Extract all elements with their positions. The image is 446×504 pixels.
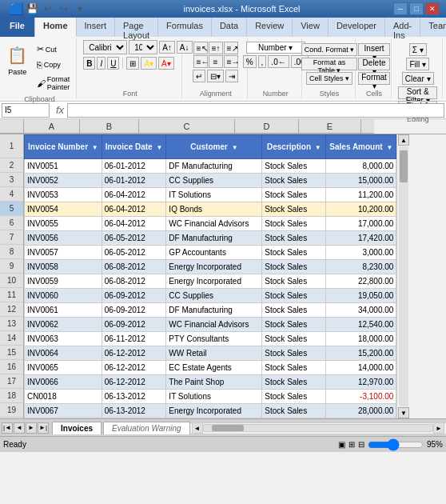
- sheet-prev-btn[interactable]: ◄: [14, 422, 25, 434]
- table-row[interactable]: INV006606-12-2012The Paint ShopStock Sal…: [25, 375, 396, 390]
- table-cell[interactable]: Stock Sales: [262, 318, 326, 332]
- sheet-last-btn[interactable]: ►|: [38, 422, 49, 434]
- dropdown-quick-btn[interactable]: ▾: [73, 2, 87, 16]
- table-cell[interactable]: Energy Incorporated: [166, 404, 262, 418]
- cut-button[interactable]: ✂ Cut: [34, 42, 77, 57]
- table-cell[interactable]: 06-12-2012: [102, 361, 166, 375]
- table-cell[interactable]: INV0055: [25, 217, 102, 231]
- table-cell[interactable]: 06-05-2012: [102, 231, 166, 246]
- table-row[interactable]: INV006206-09-2012WC Financial AdvisorsSt…: [25, 318, 396, 332]
- underline-button[interactable]: U: [107, 57, 119, 70]
- table-cell[interactable]: IQ Bonds: [166, 202, 262, 217]
- indent-btn[interactable]: ⇥: [225, 70, 238, 82]
- table-cell[interactable]: 17,420.00: [326, 231, 396, 246]
- table-row[interactable]: INV005206-01-2012CC SuppliesStock Sales1…: [25, 174, 396, 188]
- row-header-9[interactable]: 9: [0, 259, 23, 274]
- table-cell[interactable]: INV0061: [25, 303, 102, 318]
- table-cell[interactable]: INV0056: [25, 231, 102, 246]
- delete-cells-btn[interactable]: Delete ▾: [358, 58, 390, 70]
- table-cell[interactable]: INV0051: [25, 159, 102, 174]
- table-cell[interactable]: 15,200.00: [326, 346, 396, 361]
- italic-button[interactable]: I: [97, 57, 106, 70]
- tab-developer[interactable]: Developer: [329, 18, 385, 37]
- insert-cells-btn[interactable]: Insert ▾: [358, 43, 390, 56]
- table-cell[interactable]: GP Accountants: [166, 246, 262, 260]
- vertical-scrollbar[interactable]: ▲ ▼: [396, 134, 409, 418]
- table-cell[interactable]: Stock Sales: [262, 174, 326, 188]
- row-header-7[interactable]: 7: [0, 230, 23, 245]
- sheet-next-btn[interactable]: ►: [26, 422, 37, 434]
- table-cell[interactable]: Energy Incorporated: [166, 274, 262, 289]
- align-mid-center-btn[interactable]: ≡: [209, 55, 223, 68]
- header-invoice-number[interactable]: Invoice Number ▼: [25, 135, 102, 159]
- format-painter-button[interactable]: 🖌 Format Painter: [34, 73, 77, 94]
- table-row[interactable]: INV005906-08-2012Energy IncorporatedStoc…: [25, 274, 396, 289]
- table-cell[interactable]: INV0066: [25, 375, 102, 390]
- table-cell[interactable]: The Paint Shop: [166, 375, 262, 390]
- row-header-6[interactable]: 6: [0, 216, 23, 230]
- tab-addins[interactable]: Add-Ins: [385, 18, 420, 37]
- row-header-15[interactable]: 15: [0, 346, 23, 360]
- table-cell[interactable]: INV0063: [25, 332, 102, 346]
- table-cell[interactable]: Stock Sales: [262, 217, 326, 231]
- table-cell[interactable]: 22,800.00: [326, 274, 396, 289]
- table-cell[interactable]: EC Estate Agents: [166, 361, 262, 375]
- table-cell[interactable]: Stock Sales: [262, 390, 326, 404]
- tab-home[interactable]: Home: [35, 18, 77, 37]
- table-row[interactable]: INV006406-12-2012WW RetailStock Sales15,…: [25, 346, 396, 361]
- table-row[interactable]: INV006106-09-2012DF ManufacturingStock S…: [25, 303, 396, 318]
- tab-data[interactable]: Data: [212, 18, 247, 37]
- format-cells-btn[interactable]: Format ▾: [358, 72, 390, 85]
- table-cell[interactable]: Stock Sales: [262, 260, 326, 274]
- save-quick-btn[interactable]: 💾: [25, 2, 39, 16]
- scroll-up-btn[interactable]: ▲: [398, 134, 409, 146]
- header-sales-amount[interactable]: Sales Amount ▼: [326, 135, 396, 159]
- table-cell[interactable]: Stock Sales: [262, 332, 326, 346]
- table-cell[interactable]: INV0059: [25, 274, 102, 289]
- table-cell[interactable]: Stock Sales: [262, 303, 326, 318]
- format-as-table-btn[interactable]: Format as Table ▾: [301, 58, 358, 70]
- table-cell[interactable]: Stock Sales: [262, 159, 326, 174]
- fill-btn[interactable]: Fill ▾: [406, 58, 429, 70]
- table-cell[interactable]: 06-01-2012: [102, 159, 166, 174]
- table-cell[interactable]: WW Retail: [166, 346, 262, 361]
- cell-reference-box[interactable]: I5: [2, 103, 50, 118]
- header-customer[interactable]: Customer ▼: [166, 135, 262, 159]
- hscroll-left-btn[interactable]: ◄: [192, 422, 203, 434]
- header-invoice-date[interactable]: Invoice Date ▼: [102, 135, 166, 159]
- tab-page-layout[interactable]: Page Layout: [115, 18, 158, 37]
- tab-insert[interactable]: Insert: [77, 18, 116, 37]
- table-row[interactable]: INV005706-05-2012GP AccountantsStock Sal…: [25, 246, 396, 260]
- align-mid-right-btn[interactable]: ≡→: [224, 55, 238, 68]
- filter-arrow-a[interactable]: ▼: [92, 144, 98, 151]
- table-cell[interactable]: 06-08-2012: [102, 274, 166, 289]
- table-cell[interactable]: CN0018: [25, 390, 102, 404]
- col-header-a[interactable]: A: [24, 119, 80, 134]
- filter-arrow-e[interactable]: ▼: [386, 144, 392, 151]
- align-top-center-btn[interactable]: ≡↑: [209, 42, 223, 54]
- tab-review[interactable]: Review: [247, 18, 293, 37]
- table-cell[interactable]: PTY Consultants: [166, 332, 262, 346]
- table-cell[interactable]: 10,200.00: [326, 202, 396, 217]
- table-cell[interactable]: 06-13-2012: [102, 404, 166, 418]
- table-cell[interactable]: Stock Sales: [262, 246, 326, 260]
- hscroll-track[interactable]: [203, 424, 433, 432]
- table-cell[interactable]: DF Manufacturing: [166, 303, 262, 318]
- table-cell[interactable]: 06-12-2012: [102, 375, 166, 390]
- col-header-d[interactable]: D: [235, 119, 299, 134]
- table-cell[interactable]: 06-08-2012: [102, 260, 166, 274]
- table-cell[interactable]: 06-12-2012: [102, 346, 166, 361]
- table-cell[interactable]: Stock Sales: [262, 404, 326, 418]
- table-cell[interactable]: INV0060: [25, 289, 102, 303]
- table-cell[interactable]: 15,000.00: [326, 174, 396, 188]
- table-cell[interactable]: Stock Sales: [262, 346, 326, 361]
- table-cell[interactable]: 06-01-2012: [102, 174, 166, 188]
- tab-formulas[interactable]: Formulas: [158, 18, 212, 37]
- filter-arrow-d[interactable]: ▼: [315, 144, 321, 151]
- scroll-track[interactable]: [399, 146, 408, 406]
- sort-filter-btn[interactable]: Sort & Filter ▾: [398, 86, 437, 99]
- border-button[interactable]: ⊞: [126, 57, 139, 70]
- align-top-right-btn[interactable]: ≡↗: [224, 42, 238, 54]
- table-cell[interactable]: Stock Sales: [262, 202, 326, 217]
- table-cell[interactable]: 8,230.00: [326, 260, 396, 274]
